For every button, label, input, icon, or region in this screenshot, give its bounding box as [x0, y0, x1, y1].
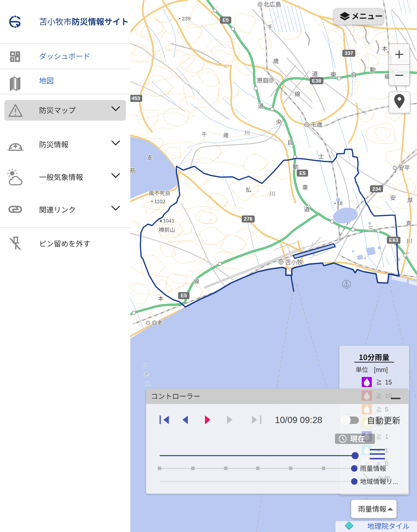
svg-text:...: ... [393, 478, 398, 485]
svg-text:239: 239 [182, 16, 191, 21]
svg-text:234: 234 [372, 186, 381, 192]
svg-text:10/09 09:28: 10/09 09:28 [275, 415, 322, 425]
svg-text:0: 0 [385, 460, 388, 467]
svg-text:E5: E5 [222, 17, 229, 23]
svg-text:1: 1 [385, 433, 388, 440]
svg-text:E5: E5 [299, 170, 306, 176]
svg-text:337: 337 [345, 50, 353, 56]
svg-text:E5: E5 [181, 293, 187, 298]
svg-text:1041: 1041 [163, 218, 174, 224]
svg-text:18: 18 [337, 201, 343, 206]
svg-text:453: 453 [131, 95, 140, 101]
svg-text:[mm]: [mm] [374, 366, 388, 373]
svg-text:10: 10 [385, 392, 392, 399]
svg-text:E38: E38 [312, 78, 321, 84]
svg-text:15: 15 [385, 379, 392, 386]
svg-text:E63: E63 [389, 237, 398, 243]
svg-text:1: 1 [385, 447, 388, 454]
svg-text:5: 5 [385, 406, 388, 413]
svg-text:276: 276 [244, 216, 252, 222]
svg-text:1102: 1102 [154, 199, 165, 204]
